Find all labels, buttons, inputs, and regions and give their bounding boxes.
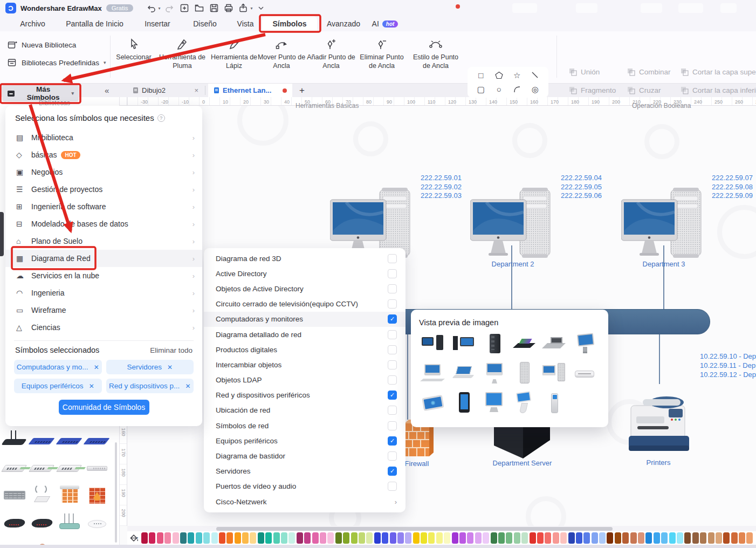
symbol-category-item[interactable]: básicas HOT › [5, 146, 202, 163]
close-icon[interactable]: ✕ [89, 382, 94, 390]
color-swatch[interactable] [645, 532, 652, 544]
color-swatch[interactable] [545, 532, 551, 544]
color-swatch[interactable] [599, 532, 606, 544]
boolean-cut-top-button[interactable]: Cortar la capa super [681, 68, 756, 76]
symbol-category-item[interactable]: Negocios › [5, 163, 202, 181]
color-swatch[interactable] [203, 532, 210, 544]
imac-macpro-icon[interactable] [330, 188, 415, 258]
pen-tool-button[interactable]: Herramienta de Pluma [159, 38, 206, 70]
color-swatch[interactable] [258, 532, 264, 544]
symbol-community-button[interactable]: Comunidad de Símbolos [59, 400, 149, 415]
device-preview-thumbnail[interactable] [482, 362, 507, 386]
color-swatch[interactable] [173, 532, 179, 544]
symbol-category-item[interactable]: Ciencias › [5, 319, 202, 336]
color-swatch[interactable] [250, 532, 256, 544]
library-option-row[interactable]: Productos digitales [204, 342, 406, 357]
option-checkbox[interactable] [388, 284, 397, 293]
pencil-tool-button[interactable]: Herramienta de Lápiz [210, 38, 258, 70]
color-swatch[interactable] [521, 532, 528, 544]
ip-address-labels[interactable]: 10.22.59.10 - Dep10.22.59.11 - Dep10.22.… [700, 352, 756, 379]
new-tab-button[interactable]: + [295, 84, 308, 97]
color-swatch[interactable] [180, 532, 187, 544]
connector-line[interactable] [659, 334, 660, 384]
color-swatch[interactable] [506, 532, 512, 544]
color-swatch[interactable] [436, 532, 443, 544]
color-swatch[interactable] [335, 532, 342, 544]
color-swatch[interactable] [196, 532, 202, 544]
close-icon[interactable]: ✕ [185, 382, 190, 390]
close-icon[interactable]: × [194, 86, 198, 94]
option-checkbox[interactable] [388, 299, 397, 309]
device-preview-thumbnail[interactable] [542, 362, 567, 386]
menu-item[interactable]: Archivo [10, 16, 56, 31]
color-swatch[interactable] [638, 532, 644, 544]
menu-item[interactable]: Pantalla de Inicio [56, 16, 134, 31]
device-preview-thumbnail[interactable] [512, 362, 537, 386]
symbol-thumbnail[interactable] [30, 509, 54, 534]
undo-dropdown-icon[interactable]: ▾ [158, 6, 160, 11]
device-preview-thumbnail[interactable] [452, 362, 477, 386]
library-option-row[interactable]: Cisco-Netzwerk › [204, 494, 406, 509]
color-swatch[interactable] [615, 532, 621, 544]
color-swatch[interactable] [366, 532, 373, 544]
color-swatch[interactable] [677, 532, 683, 544]
color-swatch[interactable] [374, 532, 381, 544]
imac-macpro-icon[interactable] [470, 188, 555, 258]
node-label[interactable]: Department Server [483, 459, 561, 467]
color-swatch[interactable] [141, 532, 148, 544]
menu-item[interactable]: Insertar [134, 16, 181, 31]
library-option-row[interactable]: Computadoras y monitores [204, 312, 406, 327]
workstation-node[interactable]: 222.22.59.07222.22.59.08222.22.59.09 [621, 174, 756, 273]
shape-star-icon[interactable]: ☆ [513, 71, 520, 79]
shape-square-icon[interactable]: □ [478, 71, 483, 79]
select-tool-button[interactable]: Seleccionar [112, 38, 155, 62]
symbol-category-item[interactable]: Servicios en la nube › [5, 267, 202, 284]
device-preview-thumbnail[interactable] [573, 362, 597, 386]
device-preview-thumbnail[interactable] [422, 391, 446, 415]
color-swatch[interactable] [630, 532, 637, 544]
color-swatch[interactable] [219, 532, 225, 544]
symbol-thumbnail[interactable] [85, 455, 109, 480]
option-checkbox[interactable] [388, 482, 397, 491]
symbol-thumbnail[interactable] [85, 482, 109, 507]
export-dropdown-icon[interactable]: ▾ [250, 6, 252, 11]
export-button[interactable] [238, 2, 248, 14]
new-document-button[interactable] [180, 2, 189, 14]
connector-line[interactable] [407, 334, 408, 420]
option-checkbox[interactable] [388, 451, 397, 461]
option-checkbox[interactable] [388, 314, 397, 324]
menu-item[interactable]: Vista [229, 16, 262, 31]
symbol-thumbnail[interactable] [57, 428, 82, 453]
library-option-row[interactable]: Símbolos de red [204, 418, 406, 433]
color-swatch[interactable] [312, 532, 319, 544]
ip-address-labels[interactable]: 222.22.59.04222.22.59.05222.22.59.06 [561, 174, 602, 201]
option-checkbox[interactable] [388, 360, 397, 369]
library-option-row[interactable]: Red y dispositivos periféricos [204, 388, 406, 403]
node-label[interactable]: Printers [629, 458, 688, 467]
option-checkbox[interactable] [388, 421, 397, 430]
symbol-thumbnail[interactable] [85, 428, 109, 453]
color-swatch[interactable] [157, 532, 163, 544]
symbol-thumbnail[interactable] [2, 536, 27, 545]
node-label[interactable]: Department 3 [621, 260, 706, 268]
boolean-combine-button[interactable]: Combinar [627, 68, 671, 76]
printer-icon[interactable] [621, 383, 695, 455]
menu-item[interactable]: Símbolos [262, 16, 317, 31]
library-option-row[interactable]: Equipos periféricos [204, 433, 406, 448]
undo-button[interactable] [146, 2, 156, 14]
device-preview-thumbnail[interactable] [422, 362, 446, 386]
selected-symbol-chip[interactable]: Equipos periféricos ✕ [14, 379, 102, 393]
symbol-thumbnail[interactable] [30, 455, 54, 480]
option-checkbox[interactable] [388, 345, 397, 354]
color-swatch[interactable] [475, 532, 482, 544]
option-checkbox[interactable] [388, 254, 397, 263]
color-swatch[interactable] [226, 532, 233, 544]
color-swatch[interactable] [530, 532, 536, 544]
symbol-category-item[interactable]: Wireframe › [5, 302, 202, 319]
menu-item[interactable]: Diseño [181, 16, 229, 31]
device-preview-thumbnail[interactable] [512, 333, 537, 357]
color-swatch[interactable] [390, 532, 396, 544]
boolean-intersect-button[interactable]: Cruzar [627, 86, 661, 94]
selected-symbol-chip[interactable]: Servidores ✕ [106, 360, 194, 374]
library-option-row[interactable]: Diagrama detallado de red [204, 327, 406, 342]
